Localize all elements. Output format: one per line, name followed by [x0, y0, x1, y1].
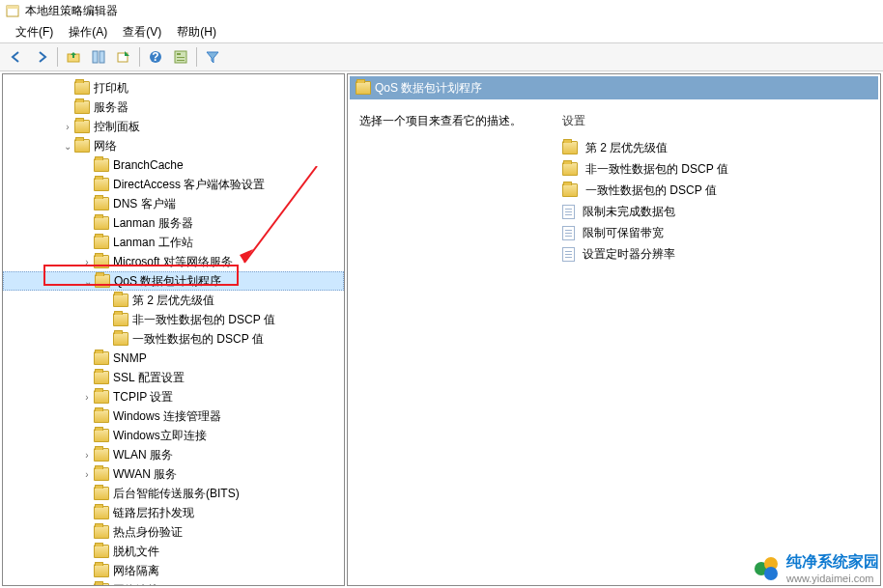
folder-icon [562, 183, 578, 197]
toolbar-separator [139, 47, 140, 67]
svg-rect-9 [177, 53, 181, 55]
folder-icon [94, 583, 109, 586]
folder-icon [113, 294, 128, 307]
svg-rect-10 [177, 57, 185, 58]
tree-node[interactable]: ›WLAN 服务 [3, 445, 344, 464]
tree-label: WWAN 服务 [113, 466, 181, 483]
folder-icon [94, 197, 109, 210]
folder-up-button[interactable] [62, 45, 85, 69]
folder-icon [94, 371, 109, 384]
list-layout-button[interactable] [87, 45, 110, 69]
menu-view[interactable]: 查看(V) [115, 22, 169, 42]
menu-file[interactable]: 文件(F) [8, 22, 61, 42]
folder-icon [113, 332, 128, 346]
folder-icon [356, 81, 371, 95]
folder-icon [94, 236, 109, 249]
folder-icon [94, 178, 109, 191]
setting-label: 设置定时器分辨率 [583, 246, 675, 263]
main-area: 打印机服务器›控制面板⌄网络BranchCacheDirectAccess 客户… [0, 71, 883, 588]
tree-node[interactable]: SNMP [3, 349, 344, 368]
toolbar: ? [0, 42, 883, 71]
tree-node[interactable]: 第 2 层优先级值 [3, 291, 344, 310]
properties-button[interactable] [169, 45, 192, 69]
tree-node[interactable]: 热点身份验证 [3, 522, 344, 542]
filter-button[interactable] [201, 45, 224, 69]
chevron-down-icon[interactable]: ⌄ [81, 276, 95, 287]
folder-icon [94, 525, 109, 539]
menu-help[interactable]: 帮助(H) [169, 22, 224, 42]
tree-node[interactable]: Lanman 工作站 [3, 233, 344, 252]
tree-label: TCPIP 设置 [113, 389, 177, 406]
tree-node[interactable]: ›Microsoft 对等网络服务 [3, 252, 344, 271]
setting-item[interactable]: 限制可保留带宽 [562, 222, 869, 243]
export-button[interactable] [112, 45, 135, 69]
setting-item[interactable]: 一致性数据包的 DSCP 值 [562, 180, 869, 201]
folder-icon [94, 506, 109, 519]
watermark-brand: 纯净系统家园 [786, 552, 879, 573]
setting-label: 非一致性数据包的 DSCP 值 [585, 161, 728, 178]
tree-node[interactable]: Windows立即连接 [3, 426, 344, 445]
svg-text:?: ? [152, 50, 158, 64]
tree-node[interactable]: ›控制面板 [3, 117, 344, 136]
watermark-logo-icon [752, 554, 781, 583]
menu-action[interactable]: 操作(A) [61, 22, 115, 42]
forward-button[interactable] [30, 45, 53, 69]
svg-rect-11 [177, 60, 185, 61]
tree-node[interactable]: SSL 配置设置 [3, 368, 344, 387]
chevron-right-icon[interactable]: › [61, 122, 74, 132]
title-bar: 本地组策略编辑器 [0, 0, 883, 21]
folder-icon [94, 255, 109, 268]
tree-node[interactable]: 服务器 [3, 98, 344, 117]
app-icon [6, 4, 19, 17]
setting-item[interactable]: 限制未完成数据包 [562, 201, 869, 222]
tree-label: 链路层拓扑发现 [113, 505, 198, 521]
folder-icon [94, 564, 109, 577]
setting-item[interactable]: 第 2 层优先级值 [562, 137, 869, 158]
tree-node[interactable]: Windows 连接管理器 [3, 406, 344, 426]
tree-node[interactable]: Lanman 服务器 [3, 213, 344, 233]
tree-label: 一致性数据包的 DSCP 值 [132, 331, 268, 348]
folder-icon [94, 487, 109, 500]
policy-icon [562, 205, 575, 219]
setting-label: 一致性数据包的 DSCP 值 [585, 182, 717, 199]
tree-panel[interactable]: 打印机服务器›控制面板⌄网络BranchCacheDirectAccess 客户… [2, 73, 345, 586]
folder-icon [74, 81, 90, 95]
policy-icon [562, 247, 575, 262]
tree-node[interactable]: ›TCPIP 设置 [3, 387, 344, 406]
tree-node[interactable]: 一致性数据包的 DSCP 值 [3, 329, 344, 349]
tree-node[interactable]: 打印机 [3, 78, 344, 98]
chevron-down-icon[interactable]: ⌄ [61, 141, 74, 152]
tree-node[interactable]: 脱机文件 [3, 542, 344, 561]
tree-node[interactable]: 网络连接 [3, 580, 344, 586]
tree-node[interactable]: 网络隔离 [3, 561, 344, 580]
watermark-url: www.yidaimei.com [786, 573, 879, 584]
tree-label: Lanman 工作站 [113, 235, 197, 251]
tree-node[interactable]: ⌄QoS 数据包计划程序 [3, 271, 344, 291]
tree-node[interactable]: ›WWAN 服务 [3, 464, 344, 484]
chevron-right-icon[interactable]: › [80, 469, 94, 480]
folder-icon [94, 467, 109, 481]
tree-node[interactable]: ⌄网络 [3, 136, 344, 155]
tree-node[interactable]: 链路层拓扑发现 [3, 503, 344, 522]
setting-item[interactable]: 非一致性数据包的 DSCP 值 [562, 158, 869, 180]
tree-node[interactable]: 后台智能传送服务(BITS) [3, 484, 344, 503]
tree-label: Windows 连接管理器 [113, 408, 225, 425]
svg-rect-4 [100, 51, 104, 63]
back-button[interactable] [5, 45, 28, 69]
tree-node[interactable]: BranchCache [3, 155, 344, 175]
folder-icon [95, 274, 110, 288]
tree-node[interactable]: DNS 客户端 [3, 194, 344, 213]
setting-item[interactable]: 设置定时器分辨率 [562, 243, 869, 265]
chevron-right-icon[interactable]: › [80, 450, 94, 461]
folder-icon [94, 158, 109, 172]
tree-label: 控制面板 [94, 119, 144, 135]
folder-icon [562, 162, 578, 176]
tree-node[interactable]: 非一致性数据包的 DSCP 值 [3, 310, 344, 329]
chevron-right-icon[interactable]: › [80, 392, 94, 403]
help-button[interactable]: ? [144, 45, 167, 69]
chevron-right-icon[interactable]: › [80, 257, 94, 267]
tree-label: 网络连接 [113, 582, 163, 587]
policy-icon [562, 226, 575, 240]
toolbar-separator [196, 47, 197, 67]
tree-node[interactable]: DirectAccess 客户端体验设置 [3, 175, 344, 194]
